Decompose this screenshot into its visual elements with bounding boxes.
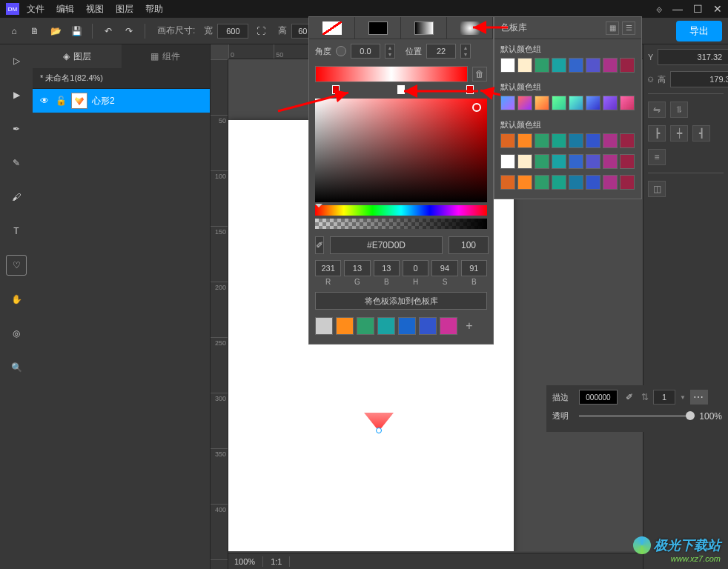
swatch[interactable] <box>620 154 635 169</box>
angle-input[interactable]: 0.0 <box>351 44 380 59</box>
swatch[interactable] <box>517 154 532 169</box>
fill-none-button[interactable] <box>309 17 355 39</box>
opacity-slider[interactable] <box>579 415 695 417</box>
swatch[interactable] <box>500 58 515 73</box>
direct-select-tool-icon[interactable]: ▶ <box>6 84 27 105</box>
swatch[interactable] <box>569 154 583 169</box>
new-icon[interactable]: 🗎 <box>27 23 43 39</box>
swatch[interactable] <box>620 175 635 190</box>
list-view-icon[interactable]: ☰ <box>622 21 635 35</box>
gradient-stop-2[interactable] <box>397 85 405 94</box>
swatch[interactable] <box>419 317 437 335</box>
swatch[interactable] <box>535 133 549 148</box>
menu-file[interactable]: 文件 <box>27 3 44 16</box>
text-tool-icon[interactable]: T <box>6 221 27 242</box>
y-input[interactable] <box>658 49 728 65</box>
h-input[interactable]: 0 <box>403 260 428 276</box>
swatch[interactable] <box>517 96 532 110</box>
layer-lock-icon[interactable]: 🔓 <box>55 96 67 106</box>
canvas-width-input[interactable] <box>217 24 248 39</box>
alpha-input[interactable] <box>449 236 489 254</box>
extra-icon[interactable]: ⟐ <box>656 3 662 15</box>
position-spinner[interactable]: ▲▼ <box>460 44 471 59</box>
redo-icon[interactable]: ↷ <box>121 23 137 39</box>
add-to-swatches-button[interactable]: 将色板添加到色板库 <box>315 292 487 310</box>
spinner-icon[interactable]: ⇅ <box>641 392 649 402</box>
swatch[interactable] <box>586 154 600 169</box>
position-input[interactable]: 22 <box>426 44 456 59</box>
swatch[interactable] <box>552 154 566 169</box>
swatch[interactable] <box>620 133 635 148</box>
swatch[interactable] <box>315 317 333 335</box>
swatch[interactable] <box>586 96 600 110</box>
save-icon[interactable]: 💾 <box>68 23 85 39</box>
swatch[interactable] <box>517 133 532 148</box>
target-tool-icon[interactable]: ◎ <box>6 323 27 344</box>
open-icon[interactable]: 📂 <box>47 23 64 39</box>
swatch[interactable] <box>569 133 583 148</box>
undo-icon[interactable]: ↶ <box>100 23 116 39</box>
swatch[interactable] <box>500 133 515 148</box>
swatch[interactable] <box>440 317 457 335</box>
height-input[interactable] <box>670 71 728 87</box>
br-input[interactable]: 91 <box>461 260 487 276</box>
swatch[interactable] <box>535 96 549 110</box>
swatch[interactable] <box>603 58 618 73</box>
shape-handle[interactable] <box>376 427 382 433</box>
swatch[interactable] <box>620 58 635 73</box>
zoom-value[interactable]: 100% <box>234 557 255 566</box>
swatch[interactable] <box>603 154 618 169</box>
align-center-icon[interactable]: ┿ <box>670 125 688 142</box>
tab-layers[interactable]: ◈图层 <box>33 44 122 68</box>
hue-slider[interactable] <box>315 205 487 216</box>
close-icon[interactable]: ✕ <box>713 3 722 15</box>
flip-v-icon[interactable]: ⥮ <box>670 102 688 118</box>
swatch[interactable] <box>586 58 600 73</box>
link-icon[interactable]: ⎉ <box>648 74 653 84</box>
hue-pointer[interactable] <box>315 204 322 211</box>
gradient-stop-1[interactable] <box>332 85 340 94</box>
document-tab[interactable]: * 未命名1(82.4%) <box>33 68 210 89</box>
gradient-preview-bar[interactable] <box>315 66 468 82</box>
grid-view-icon[interactable]: ▦ <box>606 21 619 35</box>
swatch[interactable] <box>569 175 583 190</box>
boolean-icon[interactable]: ◫ <box>648 181 666 197</box>
swatch[interactable] <box>357 317 374 335</box>
flip-h-icon[interactable]: ⇋ <box>648 102 666 118</box>
swatch[interactable] <box>552 96 566 110</box>
curve-tool-icon[interactable]: ✎ <box>6 153 27 173</box>
eyedropper-icon[interactable]: ✐ <box>315 236 324 254</box>
swatch[interactable] <box>398 317 416 335</box>
swatch[interactable] <box>552 175 566 190</box>
b-input[interactable]: 13 <box>374 260 400 276</box>
gradient-stop-3[interactable] <box>466 85 474 94</box>
alpha-slider[interactable] <box>315 219 487 229</box>
swatch[interactable] <box>569 58 583 73</box>
swatch[interactable] <box>500 175 515 190</box>
menu-help[interactable]: 帮助 <box>145 3 163 16</box>
swatch[interactable] <box>586 175 600 190</box>
fill-linear-button[interactable] <box>401 17 447 39</box>
align-left-icon[interactable]: ┣ <box>648 125 666 142</box>
r-input[interactable]: 231 <box>315 260 341 276</box>
saturation-value-picker[interactable] <box>315 99 487 202</box>
angle-spinner[interactable]: ▲▼ <box>385 44 395 59</box>
stroke-width-input[interactable] <box>653 390 675 405</box>
minimize-icon[interactable]: — <box>672 3 683 15</box>
stroke-color-input[interactable]: 000000 <box>579 390 618 405</box>
distribute-icon[interactable]: ≡ <box>648 149 666 165</box>
select-tool-icon[interactable]: ▷ <box>6 50 27 71</box>
angle-dial[interactable] <box>336 46 346 56</box>
swatch[interactable] <box>586 133 600 148</box>
fill-radial-button[interactable] <box>447 17 493 39</box>
fill-solid-button[interactable] <box>355 17 401 39</box>
align-right-icon[interactable]: ┫ <box>692 125 710 142</box>
maximize-icon[interactable]: ☐ <box>693 3 703 15</box>
more-options-button[interactable]: ⋯ <box>690 390 708 405</box>
g-input[interactable]: 13 <box>344 260 370 276</box>
home-icon[interactable]: ⌂ <box>6 23 22 39</box>
swatch[interactable] <box>552 133 566 148</box>
menu-view[interactable]: 视图 <box>86 3 104 16</box>
hex-input[interactable] <box>330 236 443 254</box>
swatch[interactable] <box>552 58 566 73</box>
